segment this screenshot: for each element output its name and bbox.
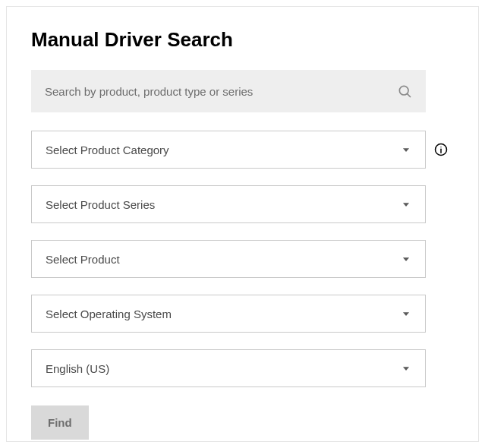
svg-point-3: [440, 147, 441, 147]
search-wrap: [31, 70, 426, 112]
driver-search-card: Manual Driver Search Select Product Cate…: [6, 6, 479, 442]
select-row-product-series: Select Product Series: [31, 185, 454, 223]
select-row-product: Select Product: [31, 240, 454, 278]
select-label: Select Operating System: [46, 308, 172, 320]
find-button[interactable]: Find: [31, 405, 89, 440]
select-row-language: English (US): [31, 349, 454, 387]
select-product-series[interactable]: Select Product Series: [31, 185, 426, 223]
select-label: Select Product: [46, 253, 120, 266]
chevron-down-icon: [401, 363, 411, 374]
page-title: Manual Driver Search: [31, 28, 454, 52]
select-label: English (US): [46, 362, 109, 375]
chevron-down-icon: [401, 144, 411, 155]
select-product-category[interactable]: Select Product Category: [31, 131, 426, 169]
chevron-down-icon: [401, 199, 411, 210]
select-language[interactable]: English (US): [31, 349, 426, 387]
chevron-down-icon: [401, 254, 411, 264]
search-icon[interactable]: [397, 84, 412, 99]
info-icon[interactable]: [433, 142, 449, 157]
svg-line-1: [407, 93, 410, 96]
select-operating-system[interactable]: Select Operating System: [31, 295, 426, 333]
select-product[interactable]: Select Product: [31, 240, 426, 278]
select-label: Select Product Series: [46, 198, 155, 211]
chevron-down-icon: [401, 308, 411, 319]
search-input[interactable]: [45, 85, 397, 98]
select-row-product-category: Select Product Category: [31, 131, 454, 169]
select-label: Select Product Category: [46, 144, 169, 156]
select-row-operating-system: Select Operating System: [31, 295, 454, 333]
